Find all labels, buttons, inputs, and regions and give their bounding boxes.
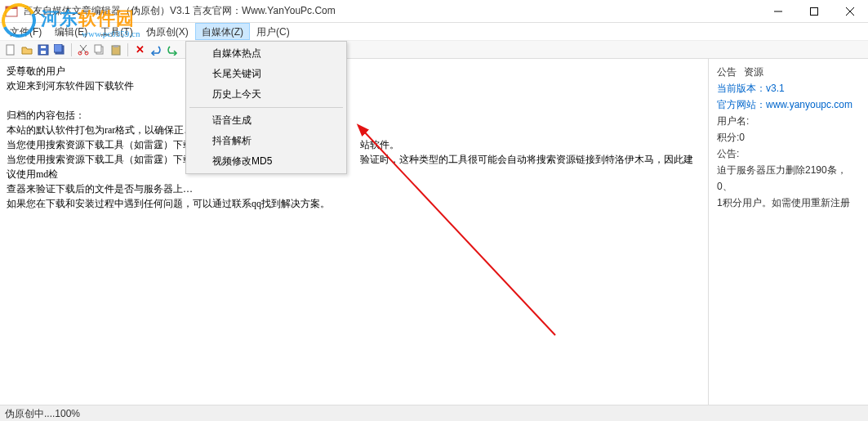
delete-icon[interactable]: ✕	[132, 43, 147, 57]
dd-voice[interactable]: 语音生成	[188, 110, 345, 131]
site-link[interactable]: www.yanyoupc.com	[766, 96, 852, 113]
menu-edit[interactable]: 编辑(E)	[48, 23, 94, 40]
score-row: 积分: 0	[717, 129, 860, 146]
version-row: 当前版本： v3.1	[717, 80, 860, 96]
saveall-icon[interactable]	[52, 43, 67, 57]
score-label: 积分:	[717, 129, 739, 146]
toolbar-separator	[71, 43, 72, 56]
editor-pane[interactable]: 受尊敬的用户 欢迎来到河东软件园下载软件 归档的内容包括： 本站的默认软件打包为…	[0, 59, 709, 405]
editor-line: 欢迎来到河东软件园下载软件	[7, 78, 701, 93]
editor-line: 查器来验证下载后的文件是否与服务器上…	[7, 181, 701, 196]
editor-line: 受尊敬的用户	[7, 64, 701, 78]
site-row: 官方网站： www.yanyoupc.com	[717, 96, 860, 113]
side-tabs: 公告 资源	[717, 64, 860, 80]
svg-rect-6	[7, 45, 14, 55]
app-icon	[5, 5, 18, 18]
toolbar: ✕	[0, 41, 868, 59]
version-value: v3.1	[766, 80, 785, 96]
editor-line: 本站的默认软件打包为rar格式，以确保正…	[7, 123, 701, 137]
status-text: 伪原创中....100%	[5, 408, 80, 419]
notice-label: 公告:	[717, 146, 739, 162]
svg-rect-11	[54, 44, 62, 52]
cut-icon[interactable]	[76, 43, 91, 57]
window-title: 言友自媒体文章编辑器（伪原创）V3.1 言友官网：Www.YanYouPc.Co…	[23, 4, 336, 18]
titlebar: 言友自媒体文章编辑器（伪原创）V3.1 言友官网：Www.YanYouPc.Co…	[0, 0, 868, 23]
dd-videomd5[interactable]: 视频修改MD5	[188, 151, 345, 172]
svg-rect-1	[6, 7, 17, 9]
editor-line: 当您使用搜索资源下载工具（如雷霆）下载站软件。	[7, 137, 701, 152]
statusbar: 伪原创中....100%	[0, 405, 868, 421]
paste-icon[interactable]	[109, 43, 123, 57]
maximize-button[interactable]	[796, 0, 832, 23]
dd-longtail[interactable]: 长尾关键词	[188, 64, 345, 84]
new-icon[interactable]	[3, 43, 18, 57]
dd-douyin[interactable]: 抖音解析	[188, 131, 345, 151]
menu-file[interactable]: 文件(F)	[3, 23, 48, 40]
editor-line: 归档的内容包括：	[7, 108, 701, 123]
save-icon[interactable]	[36, 43, 51, 57]
menubar: 文件(F) 编辑(E) 工具(T) 伪原创(X) 自媒体(Z) 用户(C)	[0, 23, 868, 41]
version-label: 当前版本：	[717, 80, 766, 96]
svg-rect-15	[95, 45, 101, 52]
notice-text: 1积分用户。如需使用重新注册	[717, 195, 860, 211]
site-label: 官方网站：	[717, 96, 766, 113]
notice-text: 迫于服务器压力删除2190条，0、	[717, 162, 860, 195]
window-controls	[760, 0, 868, 23]
close-button[interactable]	[832, 0, 868, 23]
dd-hotspot[interactable]: 自媒体热点	[188, 43, 345, 64]
editor-line: 如果您在下载和安装过程中遇到任何问题，可以通过联系qq找到解决方案。	[7, 196, 701, 211]
svg-rect-9	[41, 46, 46, 48]
tab-notice[interactable]: 公告	[717, 66, 737, 78]
tab-resource[interactable]: 资源	[744, 66, 763, 78]
side-panel: 公告 资源 当前版本： v3.1 官方网站： www.yanyoupc.com …	[709, 59, 868, 405]
minimize-button[interactable]	[760, 0, 796, 23]
open-icon[interactable]	[20, 43, 34, 57]
notice-label-row: 公告:	[717, 146, 860, 162]
editor-line: 当您使用搜索资源下载工具（如雷霆）下载验证时，这种类型的工具很可能会自动将搜索资…	[7, 152, 701, 181]
dd-history[interactable]: 历史上今天	[188, 84, 345, 105]
menu-user[interactable]: 用户(C)	[250, 23, 296, 40]
menu-tools[interactable]: 工具(T)	[94, 23, 139, 40]
svg-rect-3	[811, 8, 818, 16]
user-row: 用户名:	[717, 113, 860, 129]
toolbar-separator-2	[127, 43, 128, 56]
main-area: 受尊敬的用户 欢迎来到河东软件园下载软件 归档的内容包括： 本站的默认软件打包为…	[0, 59, 868, 405]
media-dropdown: 自媒体热点 长尾关键词 历史上今天 语音生成 抖音解析 视频修改MD5	[185, 41, 347, 174]
menu-media[interactable]: 自媒体(Z)	[195, 23, 250, 40]
dd-separator	[189, 107, 343, 108]
copy-icon[interactable]	[92, 43, 107, 57]
score-value: 0	[739, 129, 745, 146]
menu-pseudo[interactable]: 伪原创(X)	[140, 23, 195, 40]
undo-icon[interactable]	[149, 43, 163, 57]
user-label: 用户名:	[717, 113, 749, 129]
svg-rect-17	[114, 45, 118, 47]
redo-icon[interactable]	[165, 43, 180, 57]
svg-rect-8	[41, 51, 46, 54]
